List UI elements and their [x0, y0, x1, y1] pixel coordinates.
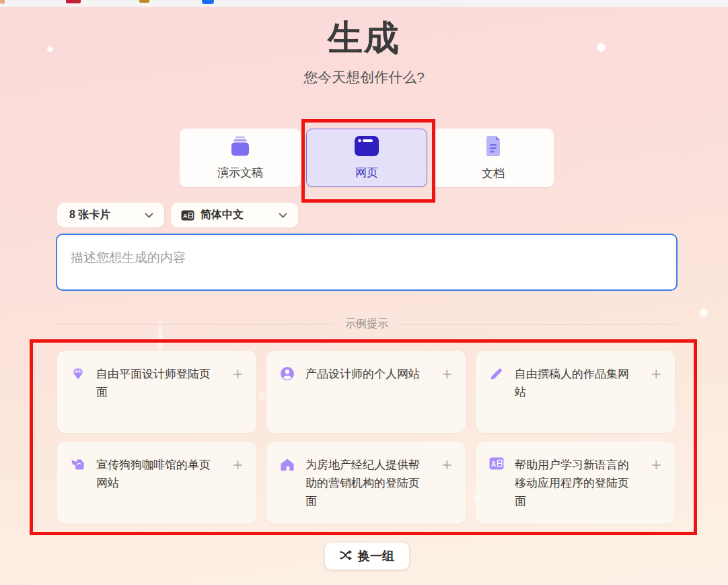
chevron-down-icon — [279, 213, 287, 218]
example-prompt-text: 自由平面设计师登陆页面 — [96, 365, 219, 401]
divider-line — [56, 324, 333, 324]
example-prompt-text: 宣传狗狗咖啡馆的单页网站 — [96, 456, 219, 492]
home-icon — [280, 457, 295, 472]
language-value: 简体中文 — [201, 208, 244, 222]
type-card-label: 演示文稿 — [217, 165, 263, 180]
type-card-document[interactable]: 文档 — [433, 129, 554, 187]
user-icon — [280, 366, 295, 381]
svg-text:A: A — [183, 212, 188, 219]
examples-divider: 示例提示 — [56, 317, 678, 331]
cards-count-dropdown[interactable]: 8 张卡片 — [57, 203, 164, 228]
example-prompt-text: 产品设计师的个人网站 — [305, 365, 428, 383]
page-subtitle: 您今天想创作什么? — [0, 68, 728, 87]
divider-label: 示例提示 — [345, 317, 388, 331]
example-prompt-card[interactable]: 自由平面设计师登陆页面 + — [57, 351, 256, 433]
example-prompt-card[interactable]: 产品设计师的个人网站 + — [266, 351, 466, 433]
translate-icon: A — [181, 210, 194, 221]
webpage-icon — [355, 136, 379, 159]
plus-icon[interactable]: + — [651, 366, 661, 381]
pencil-icon — [489, 366, 504, 381]
type-card-webpage[interactable]: 网页 — [306, 129, 427, 187]
divider-line — [400, 324, 678, 324]
plus-icon[interactable]: + — [442, 366, 452, 381]
prompt-input[interactable] — [56, 234, 678, 291]
gem-icon — [71, 366, 85, 381]
favicon-fragment — [0, 0, 5, 4]
example-prompt-card[interactable]: 为房地产经纪人提供帮助的营销机构的登陆页面 + — [266, 442, 466, 524]
presentation-icon — [229, 136, 252, 159]
type-card-label: 文档 — [482, 166, 505, 181]
plus-icon[interactable]: + — [651, 457, 661, 472]
document-icon — [484, 135, 502, 160]
plus-icon[interactable]: + — [233, 366, 243, 381]
translate-icon: A — [489, 457, 504, 472]
chevron-down-icon — [145, 213, 153, 218]
type-selector-row: 演示文稿 网页 文档 — [180, 129, 554, 187]
shuffle-icon — [340, 549, 353, 563]
example-prompt-card[interactable]: A 帮助用户学习新语言的移动应用程序的登陆页面 + — [476, 442, 675, 524]
page-title: 生成 — [0, 15, 728, 62]
example-prompt-card[interactable]: 自由撰稿人的作品集网站 + — [476, 351, 675, 433]
example-prompts-grid: 自由平面设计师登陆页面 + 产品设计师的个人网站 + 自由撰稿人的作品集网站 + — [57, 351, 675, 524]
plus-icon[interactable]: + — [442, 457, 452, 472]
browser-tab-strip — [0, 0, 728, 7]
example-prompt-text: 自由撰稿人的作品集网站 — [515, 365, 637, 401]
shuffle-button[interactable]: 换一组 — [325, 543, 409, 570]
favicon-fragment — [139, 0, 149, 3]
shuffle-button-label: 换一组 — [358, 548, 394, 564]
example-prompt-text: 为房地产经纪人提供帮助的营销机构的登陆页面 — [305, 456, 428, 510]
type-card-label: 网页 — [355, 165, 378, 180]
plus-icon[interactable]: + — [233, 457, 243, 472]
cards-count-value: 8 张卡片 — [69, 208, 110, 222]
example-prompt-card[interactable]: 宣传狗狗咖啡馆的单页网站 + — [57, 442, 256, 524]
language-dropdown[interactable]: A 简体中文 — [171, 203, 298, 228]
favicon-fragment — [202, 0, 214, 4]
favicon-fragment — [66, 0, 81, 3]
coffee-pot-icon — [71, 457, 85, 472]
type-card-presentation[interactable]: 演示文稿 — [180, 129, 301, 187]
example-prompt-text: 帮助用户学习新语言的移动应用程序的登陆页面 — [515, 456, 637, 510]
svg-text:A: A — [491, 460, 496, 468]
